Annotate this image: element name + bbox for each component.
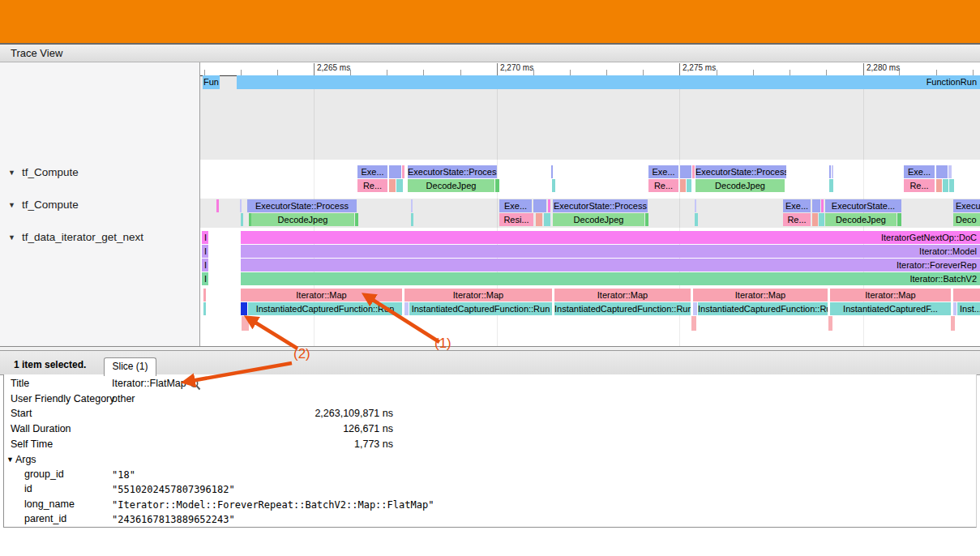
trace-event[interactable]: I [202,272,208,285]
trace-event[interactable]: Iterator::Map [404,289,552,302]
trace-event[interactable]: I [202,231,208,244]
trace-event[interactable]: Resi... [499,213,533,226]
trace-event[interactable]: DecodeJpeg [553,213,644,226]
trace-event[interactable]: DecodeJpeg [825,213,897,226]
trace-event[interactable] [687,179,691,192]
trace-event[interactable] [355,213,358,226]
trace-event[interactable]: Execu [953,199,980,212]
trace-event[interactable] [819,213,824,226]
trace-event[interactable]: IteratorGetNextOp::DoC [241,231,980,244]
trace-event[interactable] [389,165,401,178]
trace-event[interactable] [216,199,219,212]
trace-event[interactable]: Iterator::Map [693,289,828,302]
trace-event[interactable]: InstantiatedCapturedFunction::Run [409,302,552,315]
trace-event[interactable] [693,302,697,315]
trace-event[interactable]: Iterator::BatchV2 [241,272,980,285]
trace-event[interactable] [948,165,952,178]
trace-event[interactable]: InstantiatedCapturedFunction::Run [698,302,828,315]
trace-event[interactable] [548,199,550,212]
trace-event[interactable] [897,213,901,226]
trace-event[interactable]: Iterator::Map [830,289,951,302]
trace-event[interactable]: Fun [203,75,220,89]
trace-event[interactable] [240,199,242,212]
trace-event[interactable] [812,199,820,212]
trace-event[interactable]: Iterator::Map [241,289,402,302]
trace-event[interactable] [695,213,698,226]
trace-event[interactable] [949,179,954,192]
trace-event[interactable]: ExecutorState::Process [247,199,357,212]
trace-event[interactable]: InstantiatedCapturedF... [830,302,951,315]
trace-event[interactable]: Iterator::Map [554,289,691,302]
trace-event[interactable] [536,213,542,226]
trace-event[interactable] [821,199,824,212]
magnifier-icon[interactable] [189,379,202,391]
args-toggle[interactable]: ▼Args [6,454,36,465]
timeline-panel[interactable]: ▼tf_Compute▼tf_Compute▼tf_data_iterator_… [0,62,980,346]
trace-event[interactable] [389,179,396,192]
trace-event[interactable]: I [202,245,208,258]
trace-event[interactable]: Iterator::Model [241,245,980,258]
trace-event[interactable]: Re... [357,179,387,192]
timeline-ruler[interactable]: 2,265 ms2,270 ms2,275 ms2,280 ms [200,62,980,76]
trace-event[interactable] [680,179,686,192]
trace-event[interactable] [242,316,249,331]
sidebar-track-tf_Compute[interactable]: ▼tf_Compute [8,199,79,212]
trace-event[interactable] [241,213,243,226]
trace-event[interactable]: DecodeJpeg [695,179,785,192]
trace-event[interactable]: Exe... [499,199,532,212]
trace-event[interactable] [691,316,696,331]
trace-event[interactable] [695,199,696,212]
trace-event[interactable]: Exe... [783,199,811,212]
trace-event[interactable]: I [202,259,208,272]
trace-event[interactable] [544,213,550,226]
trace-event[interactable] [411,199,413,212]
trace-event[interactable] [552,179,555,192]
trace-event[interactable] [953,289,980,302]
trace-event[interactable] [692,165,695,178]
trace-event[interactable] [832,165,833,178]
trace-event-selected[interactable] [241,302,247,315]
trace-event[interactable] [203,302,206,315]
trace-event[interactable] [951,316,955,331]
trace-event[interactable] [828,316,832,331]
trace-event[interactable] [533,199,546,212]
trace-event[interactable] [829,165,831,178]
detail-label: Start [11,408,32,419]
trace-event[interactable] [812,213,818,226]
trace-event[interactable]: InstantiatedCapturedFunction::Run [554,302,691,315]
trace-event[interactable]: ExecutorState::Process [553,199,648,212]
trace-event[interactable] [402,165,404,178]
sidebar-track-tf_data_iterator_get_next[interactable]: ▼tf_data_iterator_get_next [8,231,143,244]
trace-event[interactable]: ExecutorState::Process [408,165,497,178]
trace-event[interactable]: FunctionRun [237,75,980,89]
trace-event[interactable]: DecodeJpeg [251,213,354,226]
trace-event[interactable] [495,179,499,192]
trace-event[interactable] [411,213,413,226]
trace-event[interactable] [645,213,648,226]
trace-event[interactable]: Deco [953,213,980,226]
trace-event[interactable] [404,302,409,315]
trace-event[interactable]: Re... [904,179,935,192]
trace-event[interactable]: ExecutorState... [825,199,901,212]
trace-event[interactable] [396,179,403,192]
trace-event[interactable] [203,289,206,302]
trace-event[interactable] [936,179,942,192]
trace-event[interactable]: Exe... [904,165,935,178]
trace-event[interactable]: Re... [648,179,678,192]
trace-event[interactable] [829,179,833,192]
trace-event[interactable]: Exe... [357,165,387,178]
trace-event[interactable]: Iterator::ForeverRep [241,259,980,272]
trace-event[interactable] [953,302,956,315]
trace-event[interactable]: DecodeJpeg [408,179,494,192]
trace-event[interactable]: Inst... [957,302,980,315]
trace-event[interactable]: Re... [783,213,811,226]
trace-event[interactable]: InstantiatedCapturedFunction::Run [248,302,402,315]
trace-event[interactable]: Exe... [648,165,678,178]
trace-event[interactable] [943,179,948,192]
tab-slice[interactable]: Slice (1) [104,357,156,376]
trace-event[interactable] [936,165,948,178]
sidebar-track-tf_Compute[interactable]: ▼tf_Compute [8,166,79,179]
trace-event[interactable] [680,165,691,178]
trace-event[interactable] [551,165,553,178]
trace-event[interactable]: ExecutorState::Process [695,165,786,178]
